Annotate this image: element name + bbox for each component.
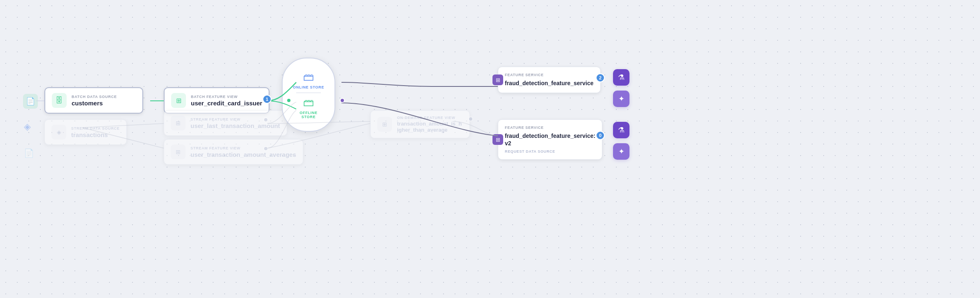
batch-source-icon: 🗄: [52, 93, 67, 108]
connector-dot-store-out: [340, 98, 345, 103]
connector-dot-ondemand: [468, 116, 473, 121]
stream-fv2-icon: ⊞: [171, 144, 186, 159]
connector-dot-sfv2: [263, 146, 268, 151]
store-divider: [296, 93, 321, 93]
stream-fv2-label: STREAM FEATURE VIEW user_transaction_amo…: [190, 146, 296, 158]
batch-feature-label: BATCH FEATURE VIEW user_credit_card_issu…: [191, 95, 262, 107]
online-store-label: ONLINE STORE: [293, 85, 324, 89]
stream-fv1-icon: ⊞: [171, 116, 186, 130]
stream-source-label: STREAM DATA SOURCE transactions: [71, 126, 120, 138]
fs1-badge: 2: [596, 73, 605, 82]
batch-source-label: BATCH DATA SOURCE customers: [72, 95, 117, 107]
batch-feature-badge: 1: [262, 95, 272, 104]
store-node: 🗃 ONLINE STORE 🗃 OFFLINE STORE: [282, 58, 335, 132]
stream-feature-view-1-node[interactable]: ⊞ STREAM FEATURE VIEW user_last_transact…: [164, 110, 287, 136]
action-btn-1[interactable]: ⚗: [613, 69, 629, 86]
on-demand-icon: ⊞: [377, 117, 392, 132]
action-btn-4[interactable]: ✦: [613, 143, 629, 160]
file-icon-dim: 📄: [24, 148, 34, 158]
stream-data-source-node[interactable]: ◈ STREAM DATA SOURCE transactions: [44, 119, 127, 145]
offline-store-icon: 🗃: [303, 96, 314, 109]
online-store-item: 🗃 ONLINE STORE: [293, 71, 324, 89]
stream-feature-view-2-node[interactable]: ⊞ STREAM FEATURE VIEW user_transaction_a…: [164, 139, 303, 165]
batch-feature-icon: ⊞: [171, 93, 186, 108]
batch-feature-view-node[interactable]: ⊞ BATCH FEATURE VIEW user_credit_card_is…: [164, 87, 269, 114]
action-btn-2[interactable]: ✦: [613, 91, 629, 107]
batch-data-source-node[interactable]: 🗄 BATCH DATA SOURCE customers: [44, 87, 143, 114]
connector-teal-1: [286, 98, 291, 103]
feature-service-2-node[interactable]: ⊞ FEATURE SERVICE fraud_detection_featur…: [498, 119, 602, 160]
offline-store-item: 🗃 OFFLINE STORE: [293, 96, 325, 119]
on-demand-fv-node[interactable]: ⊞ ON-DEMAND FEATURE VIEW transaction_amo…: [370, 110, 470, 138]
fs2-icon: ⊞: [492, 134, 503, 145]
online-store-icon: 🗃: [303, 71, 314, 84]
offline-store-label: OFFLINE STORE: [293, 111, 325, 119]
stream-source-icon: ◈: [51, 125, 66, 140]
fs1-icon: ⊞: [492, 74, 503, 85]
action-btn-3[interactable]: ⚗: [613, 122, 629, 138]
connector-dot-sfv1: [263, 117, 268, 122]
on-demand-label: ON-DEMAND FEATURE VIEW transaction_amoun…: [397, 116, 463, 133]
feature-service-1-node[interactable]: ⊞ FEATURE SERVICE fraud_detection_featur…: [498, 67, 601, 93]
stream-datasource-icon: ◈: [24, 121, 31, 132]
fs2-badge: 0: [596, 131, 605, 140]
fs2-sub: REQUEST DATA SOURCE: [505, 149, 595, 154]
file-icon-left: 📄: [23, 94, 38, 109]
